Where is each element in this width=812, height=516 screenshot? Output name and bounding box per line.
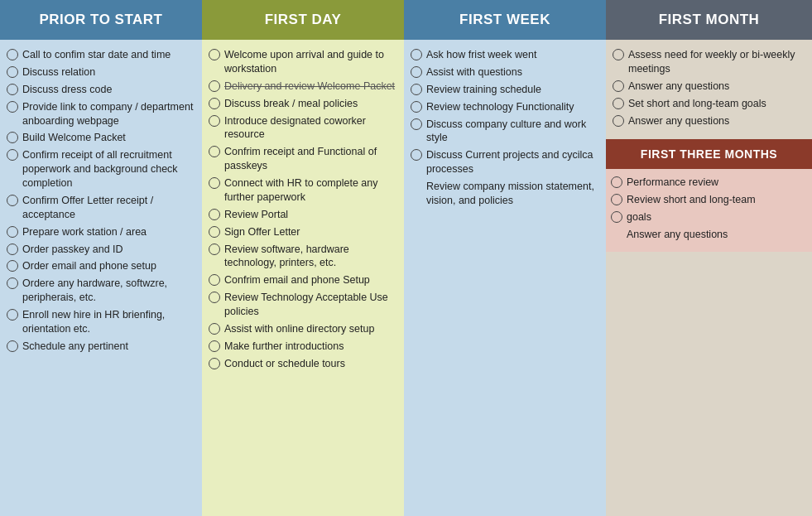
onboarding-grid: PRIOR TO START Call to confim star date …: [0, 0, 812, 516]
col-prior-to-start: PRIOR TO START Call to confim star date …: [0, 0, 202, 516]
list-item: Set short and long-team goals: [613, 97, 804, 111]
bullet-icon: [7, 277, 18, 289]
list-item: Ordere any hardware, softwzre, periphera…: [7, 277, 194, 305]
list-item: Assist with online directory setup: [209, 322, 396, 336]
list-item: Delivery and review Welcome Packet: [209, 80, 396, 94]
bullet-icon: [411, 49, 422, 60]
bullet-icon: [411, 84, 422, 95]
col-first-week: FIRST WEEK Ask how frist week went Assis…: [404, 0, 606, 516]
bullet-icon: [209, 49, 220, 60]
list-item: Make further introductions: [209, 340, 396, 354]
col-2-body: Welcome upon arrival and guide to workst…: [202, 40, 404, 516]
list-item: Discuss dress code: [7, 83, 194, 97]
bullet-icon: [7, 66, 18, 78]
bullet-icon: [411, 149, 422, 161]
bullet-icon: [611, 194, 622, 205]
list-item: Assist with questions: [411, 65, 598, 80]
col-2-list: Welcome upon arrival and guide to workst…: [209, 48, 396, 371]
bullet-icon: [7, 101, 18, 113]
bullet-icon: [209, 274, 220, 286]
bullet-icon: [209, 80, 220, 92]
list-item: Confirm receipt of all recruitment poper…: [7, 148, 194, 190]
list-item: Review technology Functionality: [411, 100, 598, 114]
bullet-icon: [209, 323, 220, 335]
col-1-body: Call to confim star date and time Discus…: [0, 40, 202, 516]
list-item: Provide link to company / department anb…: [7, 100, 194, 128]
list-item: Build Welcome Packet: [7, 131, 194, 145]
list-item: Answer any questions: [613, 114, 804, 128]
col-3-list: Ask how frist week went Assist with ques…: [411, 48, 598, 208]
list-item: Review software, hardware technology, pr…: [209, 243, 396, 271]
list-item: Sign Offer Letter: [209, 225, 396, 239]
list-item: Conduct or schedule tours: [209, 357, 396, 371]
bullet-icon: [613, 98, 624, 109]
bullet-icon: [613, 80, 624, 92]
list-item: Enroll new hire in HR brienfing, orienta…: [7, 308, 194, 336]
list-item: Order passkey and ID: [7, 243, 194, 257]
list-item: Confrim receipt and Functional of passke…: [209, 145, 396, 173]
bullet-icon: [7, 132, 18, 143]
list-item: Performance review: [611, 176, 805, 190]
list-item: Schedule any pertinent: [7, 340, 194, 354]
list-item: Welcome upon arrival and guide to workst…: [209, 48, 396, 76]
list-item: goals: [611, 210, 805, 224]
list-item: Assess need for weekly or bi-weekly meet…: [613, 48, 804, 76]
bullet-icon: [209, 292, 220, 303]
bullet-icon: [7, 309, 18, 321]
sub-section-body: Performance review Review short and long…: [606, 169, 812, 252]
bullet-icon: [209, 358, 220, 369]
list-item: Confrim email and phone Setup: [209, 273, 396, 287]
bullet-icon: [7, 84, 18, 95]
list-item: Review short and long-team: [611, 193, 805, 207]
list-item: Connect with HR to complete any further …: [209, 176, 396, 205]
first-month-upper: Assess need for weekly or bi-weekly meet…: [606, 40, 812, 136]
bullet-icon: [209, 244, 220, 255]
bullet-icon: [611, 176, 622, 188]
list-item: Review company mission statement, vision…: [411, 180, 598, 208]
col-3-header: FIRST WEEK: [404, 0, 606, 40]
bullet-icon: [411, 101, 422, 113]
list-item: Answer any questions: [613, 80, 804, 94]
bullet-icon: [209, 177, 220, 189]
list-item: Discuss relation: [7, 65, 194, 80]
list-item: Answer any questions: [611, 228, 805, 242]
list-item: Discuss company culture and work style: [411, 118, 598, 146]
col-1-header: PRIOR TO START: [0, 0, 202, 40]
list-item: Review training schedule: [411, 83, 598, 97]
bullet-icon: [7, 226, 18, 238]
list-item: Discuss Current projects and cycilca pro…: [411, 148, 598, 176]
bullet-icon: [613, 49, 624, 60]
list-item: Confirm Offer Letter receipt / acceptanc…: [7, 194, 194, 222]
col-4-lower-list: Performance review Review short and long…: [611, 176, 805, 242]
bullet-icon: [7, 195, 18, 206]
bullet-icon: [411, 66, 422, 78]
col-4-header: FIRST MONTH: [606, 0, 812, 40]
col-4-body: Assess need for weekly or bi-weekly meet…: [606, 40, 812, 516]
col-2-header: FIRST DAY: [202, 0, 404, 40]
first-three-months-section: FIRST THREE MONTHS Performance review Re…: [606, 136, 812, 252]
bullet-icon: [613, 115, 624, 127]
sub-section-header: FIRST THREE MONTHS: [606, 139, 812, 169]
col-4-upper-list: Assess need for weekly or bi-weekly meet…: [613, 48, 804, 128]
bullet-icon: [209, 226, 220, 238]
col-first-day: FIRST DAY Welcome upon arrival and guide…: [202, 0, 404, 516]
col-3-body: Ask how frist week went Assist with ques…: [404, 40, 606, 516]
list-item: Review Technology Acceptable Use policie…: [209, 291, 396, 319]
col-1-list: Call to confim star date and time Discus…: [7, 48, 194, 354]
bullet-icon: [7, 149, 18, 161]
list-item: Call to confim star date and time: [7, 48, 194, 62]
bullet-icon: [209, 146, 220, 157]
list-item: Review Portal: [209, 208, 396, 222]
list-item: Ask how frist week went: [411, 48, 598, 62]
list-item: Introduce designated coworker resource: [209, 114, 396, 142]
bullet-icon: [209, 115, 220, 127]
bullet-icon: [209, 98, 220, 109]
list-item: Prepare work station / area: [7, 225, 194, 239]
bullet-icon: [7, 340, 18, 352]
bullet-icon: [611, 211, 622, 223]
bullet-icon: [7, 49, 18, 60]
list-item: Discuss break / meal policies: [209, 97, 396, 111]
list-item: Order email and phone setup: [7, 259, 194, 273]
bullet-icon: [411, 118, 422, 130]
bullet-icon: [209, 340, 220, 352]
